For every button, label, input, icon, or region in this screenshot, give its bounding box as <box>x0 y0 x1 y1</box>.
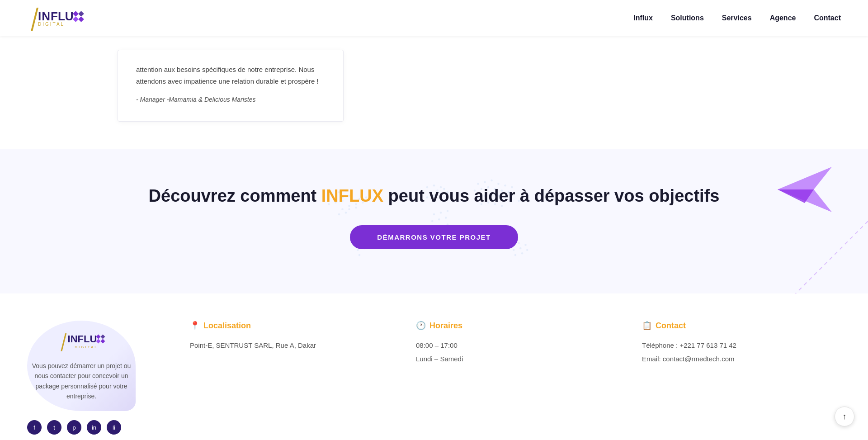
scroll-top-button[interactable]: ↑ <box>835 407 854 426</box>
footer-horaires-time: 08:00 – 17:00 <box>416 340 615 351</box>
footer-contact-label: Contact <box>656 321 686 331</box>
cta-heading-after: peut vous aider à dépasser vos objectifs <box>383 186 719 205</box>
social-links: f t p in li <box>27 420 163 435</box>
footer-contact-col: 📋 Contact Téléphone : +221 77 613 71 42 … <box>642 321 841 366</box>
svg-point-54 <box>491 180 493 182</box>
nav-links: Influx Solutions Services Agence Contact <box>633 14 841 22</box>
cta-heading-before: Découvrez comment <box>149 186 321 205</box>
footer-logo-digital: DIGITAL <box>68 345 105 349</box>
logo-diamond-icon <box>74 12 84 22</box>
page-wrapper: attention aux besoins spécifiques de not… <box>0 36 868 440</box>
nav-solutions[interactable]: Solutions <box>671 14 704 22</box>
location-icon: 📍 <box>190 321 200 331</box>
footer-tagline: Vous pouvez démarrer un projet ou nous c… <box>27 361 136 402</box>
cta-heading: Découvrez comment INFLUX peut vous aider… <box>27 185 841 207</box>
footer-horaires-col: 🕐 Horaires 08:00 – 17:00 Lundi – Samedi <box>416 321 615 366</box>
footer-contact-phone: Téléphone : +221 77 613 71 42 <box>642 340 841 351</box>
nav-agence[interactable]: Agence <box>770 14 796 22</box>
footer-contact-title: 📋 Contact <box>642 321 841 331</box>
footer-localisation-text: Point-E, SENTRUST SARL, Rue A, Dakar <box>190 340 389 351</box>
contact-icon: 📋 <box>642 321 652 331</box>
svg-point-53 <box>484 181 486 184</box>
testimonial-text: attention aux besoins spécifiques de not… <box>136 64 325 87</box>
footer-logo-col: ∣ IN FLU <box>27 321 163 435</box>
cta-content: Découvrez comment INFLUX peut vous aider… <box>27 185 841 249</box>
logo[interactable]: ∣ IN FLU DIGITAL <box>27 6 84 30</box>
svg-point-28 <box>359 254 361 256</box>
footer-grid: ∣ IN FLU <box>27 321 841 435</box>
footer-horaires-title: 🕐 Horaires <box>416 321 615 331</box>
social-pinterest[interactable]: p <box>67 420 81 435</box>
social-instagram[interactable]: in <box>87 420 101 435</box>
cta-button[interactable]: DÉMARRONS VOTRE PROJET <box>350 225 518 249</box>
social-twitter[interactable]: t <box>47 420 61 435</box>
cta-heading-brand: INFLUX <box>321 186 383 205</box>
testimonial-author: - Manager -Mamamia & Delicious Maristes <box>136 96 325 103</box>
clock-icon: 🕐 <box>416 321 426 331</box>
footer-logo-diamond <box>97 335 105 343</box>
footer-contact-text: Téléphone : +221 77 613 71 42 Email: con… <box>642 340 841 364</box>
testimonial-section: attention aux besoins spécifiques de not… <box>0 36 868 149</box>
social-linkedin[interactable]: li <box>107 420 121 435</box>
nav-services[interactable]: Services <box>722 14 752 22</box>
footer-localisation-col: 📍 Localisation Point-E, SENTRUST SARL, R… <box>190 321 389 353</box>
footer-contact-email: Email: contact@rmedtech.com <box>642 353 841 365</box>
svg-point-80 <box>514 254 517 256</box>
nav-contact[interactable]: Contact <box>814 14 841 22</box>
testimonial-card: attention aux besoins spécifiques de not… <box>118 50 344 122</box>
social-facebook[interactable]: f <box>27 420 42 435</box>
navbar: ∣ IN FLU DIGITAL Influx Solutions <box>0 0 868 36</box>
footer-localisation-title: 📍 Localisation <box>190 321 389 331</box>
footer-localisation-label: Localisation <box>203 321 251 331</box>
footer-horaires-label: Horaires <box>429 321 462 331</box>
footer-horaires-days: Lundi – Samedi <box>416 353 615 365</box>
cta-section: Découvrez comment INFLUX peut vous aider… <box>0 149 868 293</box>
footer-logo-text-in: IN <box>68 333 78 345</box>
footer-logo-text-flu: FLU <box>78 333 97 345</box>
svg-point-81 <box>521 252 524 255</box>
nav-influx[interactable]: Influx <box>633 14 653 22</box>
footer-horaires-text: 08:00 – 17:00 Lundi – Samedi <box>416 340 615 364</box>
footer-section: ∣ IN FLU <box>0 293 868 440</box>
logo-digital: DIGITAL <box>38 22 65 27</box>
footer-logo-circle: ∣ IN FLU <box>27 321 136 411</box>
